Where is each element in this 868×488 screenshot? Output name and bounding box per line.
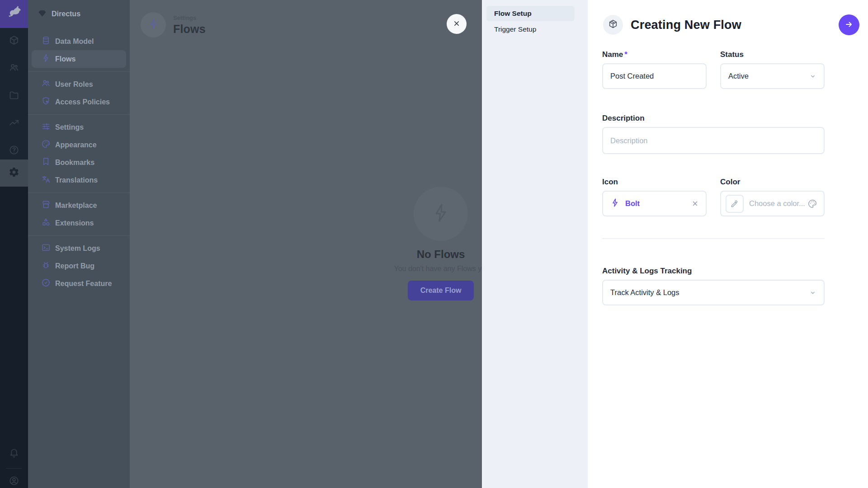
- field-color-label: Color: [720, 178, 825, 187]
- drawer-close-button[interactable]: [447, 14, 467, 34]
- field-name-label: Name*: [602, 50, 707, 59]
- drawer-next-button[interactable]: [839, 14, 859, 35]
- required-marker: *: [624, 50, 627, 59]
- field-icon-label: Icon: [602, 178, 707, 187]
- field-tracking: Activity & Logs Tracking Track Activity …: [602, 267, 825, 305]
- name-input[interactable]: [602, 63, 707, 89]
- field-color: Color Choose a color...: [720, 178, 825, 216]
- description-input[interactable]: Description: [602, 127, 825, 154]
- tracking-value: Track Activity & Logs: [610, 288, 808, 297]
- directus-app: Directus Data Model Flows User Roles: [0, 0, 868, 488]
- field-description-label: Description: [602, 114, 825, 123]
- field-status: Status Active: [720, 50, 825, 89]
- chevron-down-icon: [808, 72, 817, 81]
- arrow-right-icon: [844, 19, 854, 31]
- status-value: Active: [728, 72, 808, 80]
- drawer-nav-trigger-setup[interactable]: Trigger Setup: [486, 22, 575, 37]
- drawer-overlay[interactable]: [0, 0, 482, 488]
- color-placeholder: Choose a color...: [749, 199, 807, 208]
- drawer-icon-badge: [603, 15, 623, 35]
- eyedropper-button[interactable]: [726, 195, 744, 213]
- description-placeholder: Description: [610, 136, 648, 145]
- bolt-icon: [610, 198, 620, 209]
- icon-value-label: Bolt: [625, 199, 640, 208]
- box-icon: [608, 19, 618, 31]
- creating-new-flow-drawer: Creating New Flow Name* Status Active De…: [588, 0, 868, 488]
- color-input[interactable]: Choose a color...: [720, 191, 825, 216]
- field-icon: Icon Bolt: [602, 178, 707, 216]
- drawer-header: Creating New Flow: [603, 15, 741, 35]
- drawer-title: Creating New Flow: [631, 18, 741, 32]
- field-name: Name*: [602, 50, 707, 89]
- icon-value: Bolt: [610, 198, 691, 209]
- field-description: Description Description: [602, 114, 825, 154]
- section-divider: [602, 238, 825, 239]
- palette-icon[interactable]: [807, 199, 817, 209]
- drawer-nav-flow-setup[interactable]: Flow Setup: [486, 6, 575, 21]
- tracking-select[interactable]: Track Activity & Logs: [602, 280, 825, 305]
- clear-icon-button[interactable]: [691, 199, 699, 208]
- status-select[interactable]: Active: [720, 63, 825, 89]
- drawer-section-nav: Flow Setup Trigger Setup: [482, 0, 588, 488]
- field-tracking-label: Activity & Logs Tracking: [602, 267, 825, 276]
- field-status-label: Status: [720, 50, 825, 59]
- icon-select[interactable]: Bolt: [602, 191, 707, 216]
- close-icon: [452, 19, 461, 29]
- chevron-down-icon: [808, 288, 817, 297]
